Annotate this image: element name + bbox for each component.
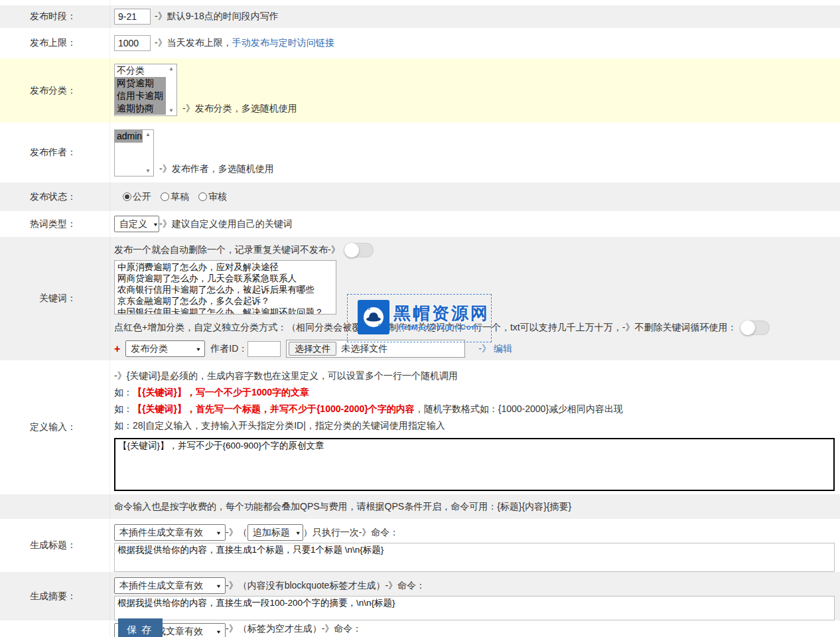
chevron-down-icon: ▼ — [195, 346, 201, 352]
gen-title-append-select[interactable]: 追加标题 ▼ — [247, 524, 303, 541]
row-publish-time: 发布时段： -》默认9-18点的时间段内写作 — [0, 5, 840, 28]
gen-title-mid1: -》（ — [226, 527, 247, 539]
listbox-scrollbar[interactable]: ▲ ▼ — [166, 64, 176, 115]
example-red-text: 【{关键词}】，写一个不少于1000字的文章 — [133, 384, 309, 401]
radio-label: 公开 — [133, 191, 151, 203]
category-option[interactable]: 逾期协商 — [115, 102, 166, 115]
category-option[interactable]: 不分类 — [115, 64, 166, 77]
publish-author-listbox[interactable]: admin ▲ ▼ — [114, 129, 154, 177]
category-option[interactable]: 网贷逾期 — [115, 77, 166, 90]
row-command-note: 命令输入也是按字收费的，每个功能都会叠加QPS与费用，请根据QPS条件开启，命令… — [0, 494, 840, 519]
gen-title-command-textarea[interactable]: 根据我提供给你的内容，直接生成1个标题，只要1个标题 \n\n{标题} — [114, 543, 835, 572]
file-input[interactable]: 选择文件 未选择文件 — [286, 340, 465, 358]
command-note-text: 命令输入也是按字收费的，每个功能都会叠加QPS与费用，请根据QPS条件开启，命令… — [114, 501, 571, 513]
keyword-category-select[interactable]: 发布分类 ▼ — [125, 340, 205, 357]
plugin-settings-page: 发布时段： -》默认9-18点的时间段内写作 发布上限： -》当天发布上限， 手… — [0, 0, 840, 637]
gen-summary-mode-select[interactable]: 本插件生成文章有效 ▼ — [114, 577, 226, 594]
radio-icon[interactable] — [161, 192, 169, 201]
define-input-line1: -》{关键词}是必须的，生成内容字数也在这里定义，可以设置多个一行一个随机调用 — [114, 368, 458, 384]
publish-category-desc: -》发布分类，多选随机使用 — [182, 103, 297, 115]
auto-delete-toggle[interactable] — [344, 243, 374, 257]
gen-summary-label: 生成摘要： — [0, 572, 109, 620]
scroll-up-icon[interactable]: ▲ — [145, 132, 151, 137]
chevron-down-icon: ▼ — [153, 221, 159, 227]
keyword-loop-toggle[interactable] — [740, 320, 770, 335]
row-hotword-type: 热词类型： 自定义 ▼ -》建议自定义使用自己的关键词 — [0, 211, 840, 237]
gen-summary-command-textarea[interactable]: 根据我提供给你的内容，直接生成一段100-200个字的摘要，\n\n{标题} — [114, 596, 835, 620]
author-id-input[interactable] — [247, 341, 281, 357]
listbox-scrollbar[interactable]: ▲ ▼ — [143, 130, 153, 176]
keywords-tip: 点红色+增加分类，自定义独立分类方式：（相同分类会被覆盖），制作txt关键词文件… — [114, 322, 736, 334]
publish-limit-label: 发布上限： — [0, 28, 109, 58]
category-option[interactable]: 信用卡逾期 — [115, 90, 166, 102]
row-publish-author: 发布作者： admin ▲ ▼ -》发布作者，多选随机使用 — [0, 123, 840, 182]
gen-title-mid2: ）只执行一次-》命令： — [303, 527, 399, 539]
row-keywords: 关键词： 发布一个就会自动删除一个，记录重复关键词不发布-》 中原消费逾期了怎么… — [0, 237, 840, 360]
author-option[interactable]: admin — [115, 130, 143, 143]
scroll-up-icon[interactable]: ▲ — [169, 66, 174, 72]
publish-category-listbox[interactable]: 不分类 网贷逾期 信用卡逾期 逾期协商 ▲ ▼ — [114, 64, 177, 116]
select-value: 自定义 — [119, 218, 147, 230]
chevron-down-icon: ▼ — [216, 628, 222, 634]
manual-publish-link[interactable]: 手动发布与定时访问链接 — [232, 37, 334, 49]
gen-summary-mid: -》（内容没有blockquote标签才生成）-》命令： — [226, 580, 425, 592]
example-rest: ，随机字数格式如：{1000-2000}减少相同内容出现 — [415, 401, 623, 417]
row-publish-category: 发布分类： 不分类 网贷逾期 信用卡逾期 逾期协商 ▲ ▼ -》发布分类，多选随… — [0, 58, 840, 123]
radio-label: 审核 — [208, 191, 227, 203]
author-id-label: 作者ID： — [210, 343, 247, 355]
example-red-text: 【{关键词}】，首先写一个标题，并写不少于{1000-2000}个字的内容 — [133, 401, 415, 417]
scroll-down-icon[interactable]: ▼ — [145, 169, 151, 174]
publish-limit-desc: -》当天发布上限， — [155, 37, 232, 49]
hotword-type-desc: -》建议自定义使用自己的关键词 — [159, 218, 293, 230]
edit-link[interactable]: -》 编辑 — [478, 343, 512, 355]
define-input-line4: 如：28|自定义输入，支持输入开头指定分类ID|，指定分类的关键词使用指定输入 — [114, 417, 445, 434]
example-prefix: 如： — [114, 384, 133, 401]
define-input-label: 定义输入： — [0, 360, 109, 494]
publish-author-desc: -》发布作者，多选随机使用 — [159, 163, 274, 175]
keywords-textarea[interactable]: 中原消费逾期了怎么办，应对及解决途径 网商贷逾期了怎么办，几天会联系紧急联系人 … — [114, 260, 336, 315]
radio-public[interactable]: 公开 — [123, 191, 151, 203]
publish-limit-input[interactable] — [114, 35, 151, 51]
chevron-down-icon: ▼ — [295, 530, 301, 535]
chevron-down-icon: ▼ — [216, 583, 222, 589]
keywords-label: 关键词： — [0, 237, 109, 360]
scroll-down-icon[interactable]: ▼ — [169, 108, 174, 113]
file-status: 未选择文件 — [341, 343, 387, 355]
row-publish-limit: 发布上限： -》当天发布上限， 手动发布与定时访问链接 — [0, 28, 840, 58]
radio-draft[interactable]: 草稿 — [161, 191, 189, 203]
row-gen-summary: 生成摘要： 本插件生成文章有效 ▼ -》（内容没有blockquote标签才生成… — [0, 572, 840, 620]
select-value: 本插件生成文章有效 — [119, 580, 203, 592]
publish-category-label: 发布分类： — [0, 58, 109, 123]
radio-icon[interactable] — [198, 192, 207, 201]
hotword-type-select[interactable]: 自定义 ▼ — [114, 216, 159, 232]
add-category-button[interactable]: + — [114, 343, 120, 355]
radio-review[interactable]: 审核 — [198, 191, 227, 203]
select-value: 本插件生成文章有效 — [119, 527, 203, 539]
save-button[interactable]: 保存 — [118, 618, 163, 637]
radio-icon[interactable] — [123, 192, 131, 201]
publish-time-label: 发布时段： — [0, 5, 109, 28]
publish-author-label: 发布作者： — [0, 123, 109, 182]
define-input-textarea[interactable]: 【{关键词}】，并写不少于{600-900}个字的原创文章 — [114, 438, 835, 491]
select-value: 追加标题 — [253, 527, 290, 539]
gen-title-mode-select[interactable]: 本插件生成文章有效 ▼ — [114, 524, 226, 541]
select-value: 发布分类 — [131, 343, 168, 355]
radio-label: 草稿 — [171, 191, 189, 203]
gen-tag-mid: -》（标签为空才生成）-》命令： — [226, 623, 362, 635]
hotword-type-label: 热词类型： — [0, 211, 109, 237]
top-strip — [0, 0, 840, 5]
choose-file-button[interactable]: 选择文件 — [289, 342, 336, 356]
keywords-toggle-desc: 发布一个就会自动删除一个，记录重复关键词不发布-》 — [114, 244, 340, 256]
publish-status-label: 发布状态： — [0, 182, 109, 211]
gen-title-label: 生成标题： — [0, 519, 109, 572]
chevron-down-icon: ▼ — [216, 530, 222, 535]
example-prefix: 如： — [114, 401, 133, 417]
row-gen-title: 生成标题： 本插件生成文章有效 ▼ -》（ 追加标题 ▼ ）只执行一次-》命令：… — [0, 519, 840, 572]
publish-time-input[interactable] — [114, 9, 151, 25]
row-define-input: 定义输入： -》{关键词}是必须的，生成内容字数也在这里定义，可以设置多个一行一… — [0, 360, 840, 494]
publish-time-desc: -》默认9-18点的时间段内写作 — [155, 11, 279, 23]
row-publish-status: 发布状态： 公开 草稿 审核 — [0, 182, 840, 211]
